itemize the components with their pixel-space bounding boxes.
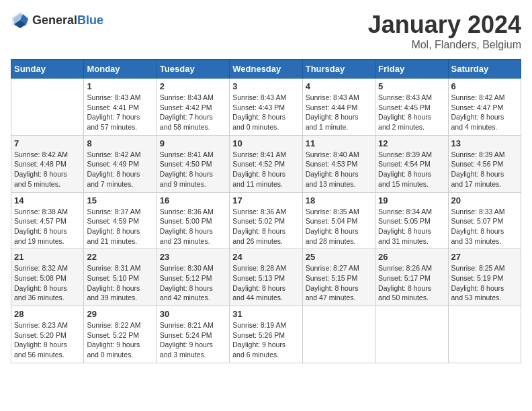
day-number: 3 [232, 81, 299, 91]
header-monday: Monday [84, 60, 157, 79]
logo: GeneralBlue [11, 11, 103, 30]
calendar-body: 1Sunrise: 8:43 AM Sunset: 4:41 PM Daylig… [11, 79, 521, 363]
day-number: 14 [14, 195, 81, 205]
calendar-table: Sunday Monday Tuesday Wednesday Thursday… [11, 59, 521, 363]
calendar-cell: 15Sunrise: 8:37 AM Sunset: 4:59 PM Dayli… [84, 192, 157, 249]
page-header: GeneralBlue January 2024 Mol, Flanders, … [11, 11, 521, 51]
day-info: Sunrise: 8:31 AM Sunset: 5:10 PM Dayligh… [87, 263, 153, 303]
calendar-subtitle: Mol, Flanders, Belgium [368, 39, 521, 51]
day-number: 17 [232, 195, 299, 205]
day-info: Sunrise: 8:42 AM Sunset: 4:49 PM Dayligh… [87, 150, 153, 189]
day-number: 30 [160, 309, 226, 319]
header-tuesday: Tuesday [157, 60, 229, 79]
calendar-cell: 21Sunrise: 8:32 AM Sunset: 5:08 PM Dayli… [11, 249, 84, 306]
day-info: Sunrise: 8:34 AM Sunset: 5:05 PM Dayligh… [378, 207, 445, 246]
day-number: 28 [14, 309, 81, 319]
day-info: Sunrise: 8:41 AM Sunset: 4:50 PM Dayligh… [160, 150, 226, 189]
day-number: 2 [160, 81, 226, 91]
header-row: Sunday Monday Tuesday Wednesday Thursday… [11, 60, 521, 79]
day-info: Sunrise: 8:27 AM Sunset: 5:15 PM Dayligh… [306, 263, 372, 303]
day-number: 8 [87, 138, 153, 148]
calendar-cell: 23Sunrise: 8:30 AM Sunset: 5:12 PM Dayli… [157, 249, 229, 306]
calendar-cell: 30Sunrise: 8:21 AM Sunset: 5:24 PM Dayli… [157, 306, 229, 363]
day-number: 1 [87, 81, 153, 91]
calendar-cell: 14Sunrise: 8:38 AM Sunset: 4:57 PM Dayli… [11, 192, 84, 249]
day-info: Sunrise: 8:41 AM Sunset: 4:52 PM Dayligh… [232, 150, 299, 189]
day-info: Sunrise: 8:43 AM Sunset: 4:45 PM Dayligh… [378, 93, 445, 132]
day-number: 16 [160, 195, 226, 205]
calendar-cell: 8Sunrise: 8:42 AM Sunset: 4:49 PM Daylig… [84, 135, 157, 192]
logo-text: GeneralBlue [32, 13, 103, 28]
day-number: 5 [378, 81, 445, 91]
calendar-cell: 19Sunrise: 8:34 AM Sunset: 5:05 PM Dayli… [375, 192, 448, 249]
day-info: Sunrise: 8:26 AM Sunset: 5:17 PM Dayligh… [378, 263, 445, 303]
logo-icon [11, 11, 30, 30]
calendar-cell: 31Sunrise: 8:19 AM Sunset: 5:26 PM Dayli… [230, 306, 302, 363]
calendar-cell: 28Sunrise: 8:23 AM Sunset: 5:20 PM Dayli… [11, 306, 84, 363]
calendar-cell: 20Sunrise: 8:33 AM Sunset: 5:07 PM Dayli… [448, 192, 521, 249]
calendar-cell [11, 79, 84, 136]
header-thursday: Thursday [302, 60, 375, 79]
day-info: Sunrise: 8:43 AM Sunset: 4:43 PM Dayligh… [232, 93, 299, 132]
day-number: 10 [232, 138, 299, 148]
day-number: 6 [451, 81, 518, 91]
day-info: Sunrise: 8:40 AM Sunset: 4:53 PM Dayligh… [306, 150, 372, 189]
header-sunday: Sunday [11, 60, 84, 79]
day-number: 25 [306, 252, 372, 262]
day-number: 19 [378, 195, 445, 205]
day-info: Sunrise: 8:42 AM Sunset: 4:47 PM Dayligh… [451, 93, 518, 132]
day-info: Sunrise: 8:43 AM Sunset: 4:44 PM Dayligh… [306, 93, 372, 132]
calendar-cell: 18Sunrise: 8:35 AM Sunset: 5:04 PM Dayli… [302, 192, 375, 249]
calendar-cell: 27Sunrise: 8:25 AM Sunset: 5:19 PM Dayli… [448, 249, 521, 306]
day-info: Sunrise: 8:22 AM Sunset: 5:22 PM Dayligh… [87, 320, 153, 360]
day-number: 27 [451, 252, 518, 262]
calendar-cell [448, 306, 521, 363]
calendar-cell: 9Sunrise: 8:41 AM Sunset: 4:50 PM Daylig… [157, 135, 229, 192]
calendar-cell: 13Sunrise: 8:39 AM Sunset: 4:56 PM Dayli… [448, 135, 521, 192]
calendar-cell: 7Sunrise: 8:42 AM Sunset: 4:48 PM Daylig… [11, 135, 84, 192]
day-info: Sunrise: 8:43 AM Sunset: 4:41 PM Dayligh… [87, 93, 153, 132]
title-area: January 2024 Mol, Flanders, Belgium [368, 11, 521, 51]
calendar-week-3: 14Sunrise: 8:38 AM Sunset: 4:57 PM Dayli… [11, 192, 521, 249]
calendar-title: January 2024 [368, 11, 521, 39]
day-info: Sunrise: 8:33 AM Sunset: 5:07 PM Dayligh… [451, 207, 518, 246]
header-saturday: Saturday [448, 60, 521, 79]
logo-blue: Blue [77, 13, 103, 27]
calendar-cell: 26Sunrise: 8:26 AM Sunset: 5:17 PM Dayli… [375, 249, 448, 306]
day-info: Sunrise: 8:23 AM Sunset: 5:20 PM Dayligh… [14, 320, 81, 360]
calendar-cell: 2Sunrise: 8:43 AM Sunset: 4:42 PM Daylig… [157, 79, 229, 136]
calendar-cell [302, 306, 375, 363]
calendar-cell: 22Sunrise: 8:31 AM Sunset: 5:10 PM Dayli… [84, 249, 157, 306]
calendar-cell: 10Sunrise: 8:41 AM Sunset: 4:52 PM Dayli… [230, 135, 302, 192]
day-number: 18 [306, 195, 372, 205]
calendar-week-1: 1Sunrise: 8:43 AM Sunset: 4:41 PM Daylig… [11, 79, 521, 136]
day-info: Sunrise: 8:36 AM Sunset: 5:00 PM Dayligh… [160, 207, 226, 246]
calendar-cell: 3Sunrise: 8:43 AM Sunset: 4:43 PM Daylig… [230, 79, 302, 136]
calendar-cell: 11Sunrise: 8:40 AM Sunset: 4:53 PM Dayli… [302, 135, 375, 192]
calendar-cell: 25Sunrise: 8:27 AM Sunset: 5:15 PM Dayli… [302, 249, 375, 306]
day-info: Sunrise: 8:32 AM Sunset: 5:08 PM Dayligh… [14, 263, 81, 303]
day-info: Sunrise: 8:42 AM Sunset: 4:48 PM Dayligh… [14, 150, 81, 189]
calendar-cell: 5Sunrise: 8:43 AM Sunset: 4:45 PM Daylig… [375, 79, 448, 136]
day-number: 22 [87, 252, 153, 262]
header-wednesday: Wednesday [230, 60, 302, 79]
day-info: Sunrise: 8:39 AM Sunset: 4:54 PM Dayligh… [378, 150, 445, 189]
day-info: Sunrise: 8:37 AM Sunset: 4:59 PM Dayligh… [87, 207, 153, 246]
calendar-cell: 4Sunrise: 8:43 AM Sunset: 4:44 PM Daylig… [302, 79, 375, 136]
calendar-cell: 29Sunrise: 8:22 AM Sunset: 5:22 PM Dayli… [84, 306, 157, 363]
day-info: Sunrise: 8:25 AM Sunset: 5:19 PM Dayligh… [451, 263, 518, 303]
day-number: 13 [451, 138, 518, 148]
calendar-cell: 12Sunrise: 8:39 AM Sunset: 4:54 PM Dayli… [375, 135, 448, 192]
calendar-cell: 24Sunrise: 8:28 AM Sunset: 5:13 PM Dayli… [230, 249, 302, 306]
calendar-cell: 16Sunrise: 8:36 AM Sunset: 5:00 PM Dayli… [157, 192, 229, 249]
calendar-cell [375, 306, 448, 363]
day-number: 21 [14, 252, 81, 262]
day-number: 24 [232, 252, 299, 262]
header-friday: Friday [375, 60, 448, 79]
calendar-cell: 1Sunrise: 8:43 AM Sunset: 4:41 PM Daylig… [84, 79, 157, 136]
day-number: 26 [378, 252, 445, 262]
day-number: 23 [160, 252, 226, 262]
day-number: 15 [87, 195, 153, 205]
calendar-week-2: 7Sunrise: 8:42 AM Sunset: 4:48 PM Daylig… [11, 135, 521, 192]
calendar-week-4: 21Sunrise: 8:32 AM Sunset: 5:08 PM Dayli… [11, 249, 521, 306]
